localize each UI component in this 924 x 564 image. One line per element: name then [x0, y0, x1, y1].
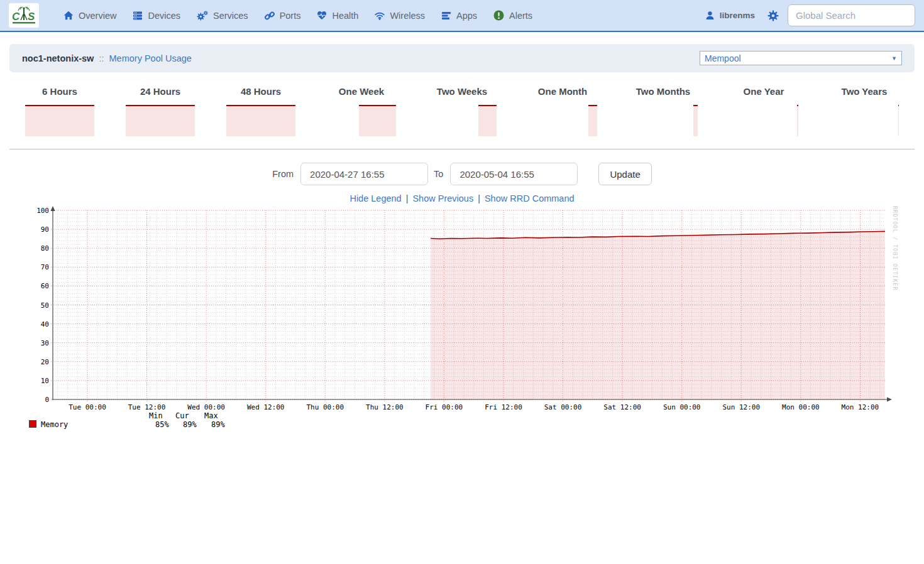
- timeframe-option[interactable]: 48 Hours: [211, 86, 311, 136]
- nav-item-ports[interactable]: Ports: [256, 11, 309, 21]
- main-menu: Overview Devices: [55, 10, 541, 21]
- page-title-link[interactable]: Memory Pool Usage: [109, 53, 192, 63]
- svg-text:Sat 00:00: Sat 00:00: [544, 403, 582, 411]
- hide-legend-link[interactable]: Hide Legend: [349, 193, 401, 203]
- timeframe-mini-graph: [226, 102, 295, 136]
- legend-header-min: Min: [149, 411, 163, 420]
- nav-label-services: Services: [213, 11, 248, 21]
- timeframe-mini-graph: [25, 102, 94, 136]
- timeframe-label: Two Months: [636, 86, 690, 97]
- legend-header-cur: Cur: [175, 411, 189, 420]
- graph-canvas[interactable]: 0102030405060708090100Tue 00:00Tue 12:00…: [0, 206, 924, 413]
- legend-min-value: 85%: [155, 420, 169, 429]
- nav-label-ports: Ports: [280, 11, 301, 21]
- timeframe-label: One Week: [339, 86, 384, 97]
- nav-item-alerts[interactable]: Alerts: [485, 10, 541, 21]
- timeframe-option[interactable]: One Month: [512, 86, 613, 136]
- svg-text:70: 70: [41, 263, 49, 271]
- timeframe-option[interactable]: One Week: [311, 86, 412, 136]
- timeframe-mini-graph: [528, 102, 597, 136]
- from-label: From: [272, 169, 294, 179]
- wifi-icon: [375, 11, 385, 20]
- date-range-form: From To Update: [0, 163, 924, 185]
- timeframe-mini-graph: [629, 102, 698, 136]
- svg-text:10: 10: [41, 377, 49, 385]
- nav-item-wireless[interactable]: Wireless: [366, 11, 433, 21]
- mini-graph-area: [126, 105, 195, 136]
- svg-text:Thu 12:00: Thu 12:00: [366, 403, 404, 411]
- from-date-input[interactable]: [300, 163, 428, 185]
- svg-text:Mon 00:00: Mon 00:00: [782, 403, 820, 411]
- memory-usage-graph: 0102030405060708090100Tue 00:00Tue 12:00…: [0, 206, 924, 440]
- user-icon: [705, 11, 715, 20]
- brand-logo-icon: C S: [11, 5, 36, 26]
- svg-text:Fri 00:00: Fri 00:00: [426, 403, 463, 411]
- svg-text:Sun 12:00: Sun 12:00: [722, 403, 760, 411]
- nav-item-health[interactable]: Health: [309, 11, 366, 21]
- svg-text:Mon 12:00: Mon 12:00: [842, 403, 879, 411]
- nav-item-apps[interactable]: Apps: [433, 11, 485, 21]
- heartbeat-icon: [317, 11, 327, 20]
- svg-text:100: 100: [36, 207, 49, 215]
- mini-graph-area: [359, 105, 396, 136]
- link-separator: |: [406, 193, 409, 203]
- device-name-link[interactable]: noc1-netonix-sw: [22, 53, 94, 63]
- graph-option-links: Hide Legend|Show Previous|Show RRD Comma…: [0, 193, 924, 203]
- timeframe-option[interactable]: Two Months: [613, 86, 713, 136]
- link-icon: [265, 11, 275, 21]
- settings-menu[interactable]: [764, 10, 788, 21]
- global-search-input[interactable]: [788, 4, 915, 26]
- svg-text:30: 30: [41, 339, 49, 347]
- server-icon: [133, 11, 143, 21]
- gear-icon: [767, 10, 779, 21]
- svg-text:60: 60: [41, 282, 49, 290]
- chevron-down-icon: ▼: [891, 55, 897, 62]
- timeframe-label: 48 Hours: [241, 86, 281, 97]
- svg-text:Thu 00:00: Thu 00:00: [306, 403, 344, 411]
- breadcrumb: noc1-netonix-sw :: Memory Pool Usage: [22, 53, 192, 63]
- mini-graph-area: [797, 105, 798, 136]
- svg-text:80: 80: [41, 244, 49, 252]
- update-button[interactable]: Update: [598, 163, 651, 185]
- home-icon: [63, 11, 74, 20]
- link-separator: |: [478, 193, 480, 203]
- nav-label-wireless: Wireless: [390, 11, 425, 21]
- timeframe-option[interactable]: Two Years: [814, 86, 915, 136]
- svg-text:0: 0: [45, 396, 49, 404]
- brand-logo[interactable]: C S: [9, 3, 39, 28]
- nav-label-alerts: Alerts: [509, 11, 532, 21]
- timeframe-label: One Year: [744, 86, 784, 97]
- mini-graph-area: [478, 105, 497, 136]
- timeframe-option[interactable]: Two Weeks: [412, 86, 512, 136]
- svg-text:90: 90: [41, 225, 49, 234]
- nav-label-overview: Overview: [79, 11, 116, 21]
- mini-graph-area: [693, 105, 698, 136]
- timeframe-mini-graph: [327, 102, 396, 136]
- mini-graph-area: [898, 105, 899, 136]
- timeframe-option[interactable]: 6 Hours: [9, 86, 110, 136]
- mini-graph-area: [25, 105, 94, 136]
- mempool-select[interactable]: Mempool ▼: [700, 51, 902, 65]
- timeframe-label: 6 Hours: [42, 86, 77, 97]
- top-navbar: C S Overview: [0, 0, 924, 32]
- mini-graph-area: [226, 105, 295, 136]
- svg-text:50: 50: [41, 301, 49, 310]
- show-previous-link[interactable]: Show Previous: [412, 193, 473, 203]
- nav-item-overview[interactable]: Overview: [55, 11, 124, 21]
- legend-series-label: Memory: [41, 420, 68, 429]
- nav-item-devices[interactable]: Devices: [124, 11, 189, 21]
- show-rrd-command-link[interactable]: Show RRD Command: [485, 193, 575, 203]
- nav-item-services[interactable]: Services: [189, 11, 256, 21]
- breadcrumb-separator: ::: [99, 53, 104, 63]
- svg-text:Wed 00:00: Wed 00:00: [187, 403, 225, 411]
- mini-graph-area: [588, 105, 597, 136]
- timeframe-option[interactable]: 24 Hours: [110, 86, 211, 136]
- user-menu[interactable]: librenms: [696, 11, 764, 20]
- timeframe-mini-graph: [830, 102, 899, 136]
- legend-header-max: Max: [204, 411, 218, 420]
- rrdtool-watermark: RRDTOOL / TOBI OETIKER: [892, 206, 898, 291]
- to-date-input[interactable]: [450, 163, 578, 185]
- svg-text:Fri 12:00: Fri 12:00: [485, 403, 522, 411]
- timeframe-option[interactable]: One Year: [713, 86, 814, 136]
- cogs-icon: [197, 11, 208, 21]
